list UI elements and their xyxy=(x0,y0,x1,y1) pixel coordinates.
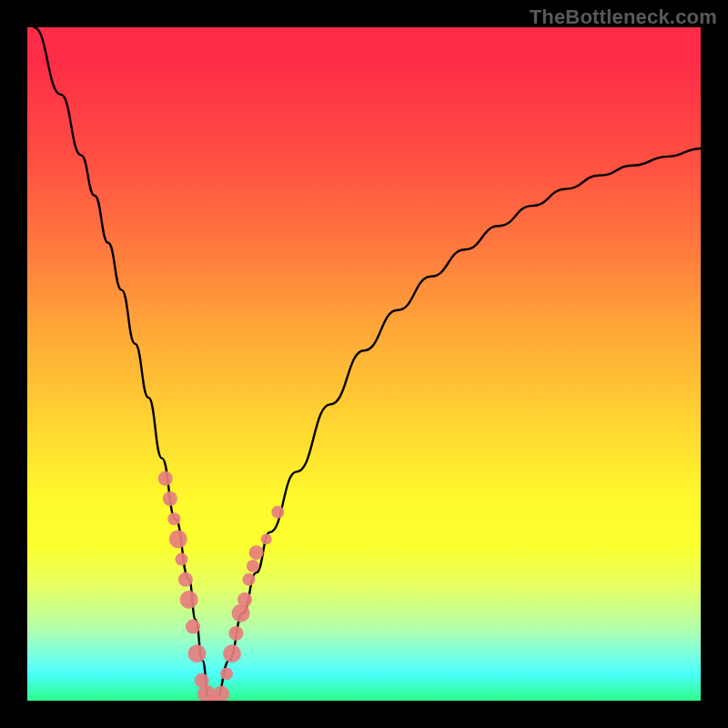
data-point xyxy=(186,620,200,634)
data-point xyxy=(169,530,187,548)
bottleneck-curve xyxy=(34,27,701,701)
data-point xyxy=(249,545,264,560)
marker-group xyxy=(158,471,285,701)
data-point xyxy=(238,592,252,607)
watermark-text: TheBottleneck.com xyxy=(530,5,717,29)
data-point xyxy=(232,604,250,622)
data-point xyxy=(187,644,206,662)
data-point xyxy=(180,591,198,609)
data-point xyxy=(271,506,284,519)
data-point xyxy=(167,512,180,525)
data-point xyxy=(158,471,173,486)
data-point xyxy=(163,491,177,506)
data-point xyxy=(175,553,187,566)
data-point xyxy=(247,560,259,572)
chart-frame: TheBottleneck.com xyxy=(0,0,728,728)
data-point xyxy=(261,533,272,544)
data-point xyxy=(220,667,233,680)
data-point xyxy=(223,644,241,662)
data-point xyxy=(178,572,193,587)
data-point xyxy=(242,573,255,586)
chart-svg xyxy=(27,27,701,701)
plot-area xyxy=(27,27,701,701)
data-point xyxy=(228,626,243,641)
data-point xyxy=(213,686,229,701)
